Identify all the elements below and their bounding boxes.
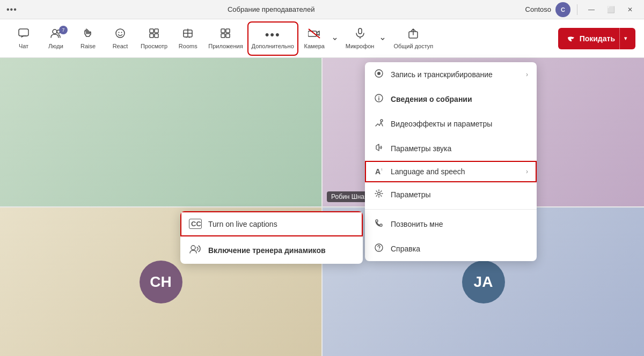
menu-divider <box>365 209 537 210</box>
toolbar-rooms[interactable]: Rooms <box>173 23 203 55</box>
record-label: Запись и транскрибирование <box>391 70 519 79</box>
svg-rect-12 <box>226 29 230 33</box>
speaker-coach-icon <box>189 244 202 256</box>
avatar-ch: CH <box>140 261 182 303</box>
svg-rect-8 <box>150 34 153 38</box>
window-title: Собрание преподавателей <box>17 5 525 13</box>
titlebar-more-icon[interactable]: ••• <box>6 5 17 14</box>
react-label: React <box>113 43 128 49</box>
leave-label: Покидать <box>580 34 615 43</box>
toolbar-view[interactable]: Просмотр <box>137 23 171 55</box>
title-bar-left: ••• <box>6 5 17 14</box>
toolbar-react[interactable]: React <box>105 23 135 55</box>
video-effects-label: Видеоэффекты и параметры <box>391 120 528 128</box>
minimize-button[interactable]: — <box>584 2 599 17</box>
audio-label: Параметры звука <box>391 144 528 153</box>
svg-rect-7 <box>155 29 158 33</box>
svg-point-25 <box>378 192 380 195</box>
svg-point-23 <box>378 96 379 97</box>
language-icon: A↑ <box>374 167 384 176</box>
video-tile-1 <box>0 58 321 206</box>
people-badge: 7 <box>59 26 68 34</box>
rooms-icon <box>182 27 194 42</box>
toolbar-share[interactable]: Общий доступ <box>390 23 436 55</box>
user-avatar: C <box>555 2 570 17</box>
toolbar-more[interactable]: ••• Дополнительно <box>248 23 297 55</box>
speaker-coach-label: Включение тренера динамиков <box>208 246 326 255</box>
divider <box>577 4 577 15</box>
raise-label: Raise <box>80 43 96 49</box>
maximize-button[interactable]: ⬜ <box>603 2 618 17</box>
title-bar: ••• Собрание преподавателей Contoso C — … <box>0 0 644 19</box>
svg-rect-6 <box>150 29 153 33</box>
apps-label: Приложения <box>208 43 243 49</box>
audio-icon <box>374 143 384 154</box>
toolbar-mic[interactable]: Микрофон <box>342 23 378 55</box>
share-label: Общий доступ <box>393 43 433 49</box>
settings-icon <box>374 189 384 201</box>
info-icon <box>374 93 384 105</box>
view-icon <box>148 27 160 42</box>
help-icon <box>374 243 384 255</box>
mic-group: Микрофон <box>342 23 389 55</box>
camera-icon <box>308 27 321 42</box>
svg-point-3 <box>116 29 125 38</box>
menu-item-callme[interactable]: Позвонить мне <box>365 212 537 236</box>
svg-rect-13 <box>221 34 225 38</box>
camera-chevron[interactable] <box>330 23 340 55</box>
language-label: Language and speech <box>391 167 519 176</box>
menu-item-language[interactable]: A↑ Language and speech › <box>365 161 537 182</box>
captions-icon: CC <box>189 219 202 229</box>
toolbar-camera[interactable]: Камера <box>299 23 330 55</box>
help-label: Справка <box>391 244 528 253</box>
camera-group: Камера <box>299 23 340 55</box>
mic-icon <box>354 27 366 42</box>
raise-icon <box>82 27 94 42</box>
captions-label: Turn on live captions <box>208 220 277 228</box>
svg-point-28 <box>191 246 195 250</box>
submenu-captions[interactable]: CC Turn on live captions <box>180 211 363 236</box>
svg-rect-9 <box>155 34 158 38</box>
svg-point-4 <box>119 32 120 33</box>
record-arrow: › <box>526 71 528 78</box>
callme-label: Позвонить мне <box>391 220 528 228</box>
more-label: Дополнительно <box>252 43 294 49</box>
svg-point-27 <box>378 249 379 250</box>
company-name: Contoso <box>525 5 551 13</box>
menu-item-help[interactable]: Справка <box>365 236 537 261</box>
chat-icon <box>18 27 30 42</box>
people-label: Люди <box>48 43 63 49</box>
leave-button[interactable]: Покидать ▾ <box>558 28 635 49</box>
toolbar-apps[interactable]: Приложения <box>205 23 246 55</box>
view-label: Просмотр <box>141 43 167 49</box>
svg-point-24 <box>380 120 383 122</box>
menu-item-record[interactable]: Запись и транскрибирование › <box>365 62 537 87</box>
menu-item-video-effects[interactable]: Видеоэффекты и параметры <box>365 112 537 136</box>
avatar-ja: JA <box>462 261 505 303</box>
menu-item-audio[interactable]: Параметры звука <box>365 136 537 161</box>
svg-point-26 <box>375 244 383 251</box>
menu-item-info[interactable]: Сведения о собрании <box>365 87 537 112</box>
chat-label: Чат <box>19 43 28 49</box>
mic-chevron[interactable] <box>377 23 388 55</box>
leave-phone-icon <box>567 34 575 43</box>
svg-rect-0 <box>19 29 28 36</box>
menu-item-settings[interactable]: Параметры <box>365 182 537 207</box>
apps-icon <box>219 27 231 42</box>
more-dropdown-menu: Запись и транскрибирование › Сведения о … <box>365 62 537 261</box>
svg-point-1 <box>53 29 57 34</box>
toolbar-people[interactable]: Люди 7 <box>41 23 71 55</box>
close-button[interactable]: ✕ <box>623 2 638 17</box>
toolbar-chat[interactable]: Чат <box>9 23 39 55</box>
settings-label: Параметры <box>391 190 528 199</box>
title-bar-right: Contoso C — ⬜ ✕ <box>525 2 638 17</box>
svg-point-5 <box>121 32 122 33</box>
svg-point-20 <box>377 72 380 75</box>
toolbar-raise[interactable]: Raise <box>73 23 103 55</box>
toolbar: Чат Люди 7 Raise React Просмотр Rooms <box>0 19 644 58</box>
submenu-speaker-coach[interactable]: Включение тренера динамиков <box>180 236 363 264</box>
meeting-content: RS Робин Шнайдер 🔇 CH JA Запись и транск… <box>0 58 644 356</box>
callme-icon <box>374 218 384 230</box>
leave-chevron-icon[interactable]: ▾ <box>619 28 627 49</box>
share-icon <box>407 27 419 42</box>
